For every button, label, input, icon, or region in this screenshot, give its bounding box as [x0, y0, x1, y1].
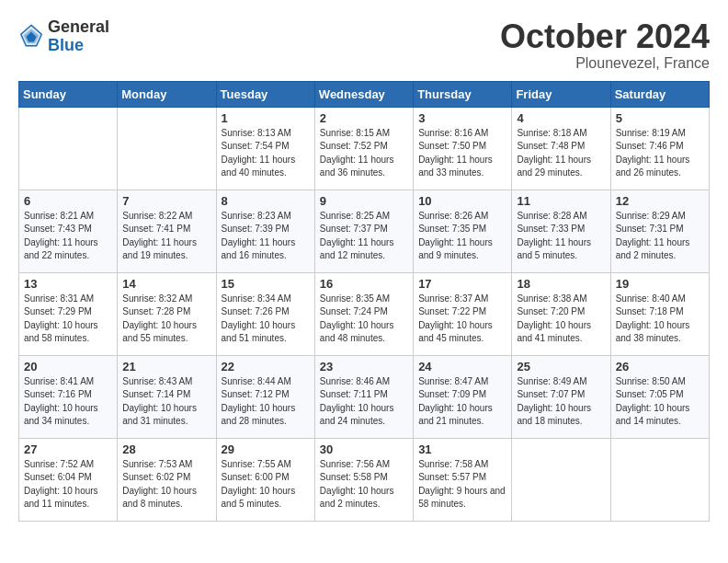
logo-icon: [18, 24, 44, 50]
day-info: Sunrise: 8:34 AM Sunset: 7:26 PM Dayligh…: [222, 293, 310, 346]
calendar-day-cell: 2Sunrise: 8:15 AM Sunset: 7:52 PM Daylig…: [314, 107, 413, 190]
logo-general: General: [48, 18, 109, 37]
day-info: Sunrise: 7:52 AM Sunset: 6:04 PM Dayligh…: [24, 458, 112, 511]
calendar-day-cell: [512, 438, 610, 521]
day-info: Sunrise: 8:41 AM Sunset: 7:16 PM Dayligh…: [24, 375, 112, 429]
calendar-day-cell: 29Sunrise: 7:55 AM Sunset: 6:00 PM Dayli…: [216, 438, 314, 521]
calendar-week-row: 20Sunrise: 8:41 AM Sunset: 7:16 PM Dayli…: [19, 355, 710, 438]
logo-text: General Blue: [48, 18, 109, 55]
location: Plounevezel, France: [500, 55, 710, 72]
weekday-header: Thursday: [414, 81, 512, 107]
day-info: Sunrise: 8:19 AM Sunset: 7:46 PM Dayligh…: [616, 127, 704, 180]
logo: General Blue: [18, 18, 109, 55]
day-number: 30: [320, 442, 408, 456]
day-info: Sunrise: 8:28 AM Sunset: 7:33 PM Dayligh…: [517, 210, 605, 263]
calendar-day-cell: 26Sunrise: 8:50 AM Sunset: 7:05 PM Dayli…: [610, 355, 709, 438]
day-number: 11: [517, 194, 605, 208]
calendar-week-row: 13Sunrise: 8:31 AM Sunset: 7:29 PM Dayli…: [19, 272, 710, 355]
calendar-week-row: 1Sunrise: 8:13 AM Sunset: 7:54 PM Daylig…: [19, 107, 710, 190]
day-info: Sunrise: 8:13 AM Sunset: 7:54 PM Dayligh…: [222, 127, 310, 180]
calendar-day-cell: 31Sunrise: 7:58 AM Sunset: 5:57 PM Dayli…: [414, 438, 512, 521]
day-info: Sunrise: 8:25 AM Sunset: 7:37 PM Dayligh…: [320, 210, 408, 263]
day-info: Sunrise: 8:50 AM Sunset: 7:05 PM Dayligh…: [616, 375, 704, 429]
calendar-day-cell: [19, 107, 118, 190]
day-info: Sunrise: 8:29 AM Sunset: 7:31 PM Dayligh…: [616, 210, 704, 263]
weekday-header: Wednesday: [314, 81, 413, 107]
day-number: 19: [616, 277, 704, 291]
day-info: Sunrise: 8:22 AM Sunset: 7:41 PM Dayligh…: [122, 210, 210, 263]
day-number: 31: [418, 442, 506, 456]
calendar-day-cell: 20Sunrise: 8:41 AM Sunset: 7:16 PM Dayli…: [19, 355, 118, 438]
day-info: Sunrise: 8:49 AM Sunset: 7:07 PM Dayligh…: [517, 375, 605, 429]
calendar-day-cell: 27Sunrise: 7:52 AM Sunset: 6:04 PM Dayli…: [19, 438, 118, 521]
calendar-week-row: 6Sunrise: 8:21 AM Sunset: 7:43 PM Daylig…: [19, 190, 710, 272]
calendar-day-cell: 19Sunrise: 8:40 AM Sunset: 7:18 PM Dayli…: [610, 272, 709, 355]
day-info: Sunrise: 8:35 AM Sunset: 7:24 PM Dayligh…: [320, 293, 408, 346]
day-number: 5: [616, 111, 704, 125]
day-number: 6: [24, 194, 112, 208]
calendar-day-cell: 4Sunrise: 8:18 AM Sunset: 7:48 PM Daylig…: [512, 107, 610, 190]
calendar-day-cell: 8Sunrise: 8:23 AM Sunset: 7:39 PM Daylig…: [216, 190, 314, 272]
calendar-day-cell: 30Sunrise: 7:56 AM Sunset: 5:58 PM Dayli…: [314, 438, 413, 521]
weekday-header: Monday: [118, 81, 216, 107]
day-info: Sunrise: 8:46 AM Sunset: 7:11 PM Dayligh…: [320, 375, 408, 429]
day-number: 24: [418, 360, 506, 373]
calendar-day-cell: 7Sunrise: 8:22 AM Sunset: 7:41 PM Daylig…: [118, 190, 216, 272]
calendar-day-cell: 6Sunrise: 8:21 AM Sunset: 7:43 PM Daylig…: [19, 190, 118, 272]
day-number: 18: [517, 277, 605, 291]
day-number: 1: [222, 111, 310, 125]
day-number: 17: [418, 277, 506, 291]
calendar-day-cell: 10Sunrise: 8:26 AM Sunset: 7:35 PM Dayli…: [414, 190, 512, 272]
day-number: 21: [122, 360, 210, 373]
day-number: 16: [320, 277, 408, 291]
day-number: 22: [222, 360, 310, 373]
day-info: Sunrise: 8:38 AM Sunset: 7:20 PM Dayligh…: [517, 293, 605, 346]
calendar-week-row: 27Sunrise: 7:52 AM Sunset: 6:04 PM Dayli…: [19, 438, 710, 521]
day-number: 29: [222, 442, 310, 456]
day-info: Sunrise: 8:23 AM Sunset: 7:39 PM Dayligh…: [222, 210, 310, 263]
day-number: 23: [320, 360, 408, 373]
calendar-day-cell: [610, 438, 709, 521]
day-info: Sunrise: 8:40 AM Sunset: 7:18 PM Dayligh…: [616, 293, 704, 346]
calendar-day-cell: 22Sunrise: 8:44 AM Sunset: 7:12 PM Dayli…: [216, 355, 314, 438]
calendar-day-cell: 16Sunrise: 8:35 AM Sunset: 7:24 PM Dayli…: [314, 272, 413, 355]
day-info: Sunrise: 8:21 AM Sunset: 7:43 PM Dayligh…: [24, 210, 112, 263]
day-info: Sunrise: 8:18 AM Sunset: 7:48 PM Dayligh…: [517, 127, 605, 180]
day-number: 3: [418, 111, 506, 125]
day-number: 14: [122, 277, 210, 291]
day-number: 7: [122, 194, 210, 208]
day-info: Sunrise: 8:37 AM Sunset: 7:22 PM Dayligh…: [418, 293, 506, 346]
day-number: 13: [24, 277, 112, 291]
month-title: October 2024: [500, 18, 710, 55]
calendar-day-cell: 9Sunrise: 8:25 AM Sunset: 7:37 PM Daylig…: [314, 190, 413, 272]
day-number: 2: [320, 111, 408, 125]
calendar-day-cell: [118, 107, 216, 190]
day-number: 15: [222, 277, 310, 291]
day-info: Sunrise: 8:43 AM Sunset: 7:14 PM Dayligh…: [122, 375, 210, 429]
weekday-header: Sunday: [19, 81, 118, 107]
calendar-day-cell: 25Sunrise: 8:49 AM Sunset: 7:07 PM Dayli…: [512, 355, 610, 438]
day-info: Sunrise: 8:32 AM Sunset: 7:28 PM Dayligh…: [122, 293, 210, 346]
day-number: 9: [320, 194, 408, 208]
day-number: 25: [517, 360, 605, 373]
day-number: 20: [24, 360, 112, 373]
day-info: Sunrise: 8:16 AM Sunset: 7:50 PM Dayligh…: [418, 127, 506, 180]
day-info: Sunrise: 7:56 AM Sunset: 5:58 PM Dayligh…: [320, 458, 408, 511]
day-number: 12: [616, 194, 704, 208]
day-info: Sunrise: 8:44 AM Sunset: 7:12 PM Dayligh…: [222, 375, 310, 429]
calendar-day-cell: 5Sunrise: 8:19 AM Sunset: 7:46 PM Daylig…: [610, 107, 709, 190]
page-header: General Blue October 2024 Plounevezel, F…: [18, 18, 710, 72]
weekday-header: Friday: [512, 81, 610, 107]
calendar-day-cell: 14Sunrise: 8:32 AM Sunset: 7:28 PM Dayli…: [118, 272, 216, 355]
day-info: Sunrise: 7:53 AM Sunset: 6:02 PM Dayligh…: [122, 458, 210, 511]
day-number: 28: [122, 442, 210, 456]
calendar-day-cell: 18Sunrise: 8:38 AM Sunset: 7:20 PM Dayli…: [512, 272, 610, 355]
weekday-header: Tuesday: [216, 81, 314, 107]
calendar-day-cell: 21Sunrise: 8:43 AM Sunset: 7:14 PM Dayli…: [118, 355, 216, 438]
day-number: 10: [418, 194, 506, 208]
logo-blue: Blue: [48, 37, 109, 55]
day-info: Sunrise: 8:26 AM Sunset: 7:35 PM Dayligh…: [418, 210, 506, 263]
calendar-day-cell: 13Sunrise: 8:31 AM Sunset: 7:29 PM Dayli…: [19, 272, 118, 355]
calendar-header-row: SundayMondayTuesdayWednesdayThursdayFrid…: [19, 81, 710, 107]
calendar-day-cell: 15Sunrise: 8:34 AM Sunset: 7:26 PM Dayli…: [216, 272, 314, 355]
